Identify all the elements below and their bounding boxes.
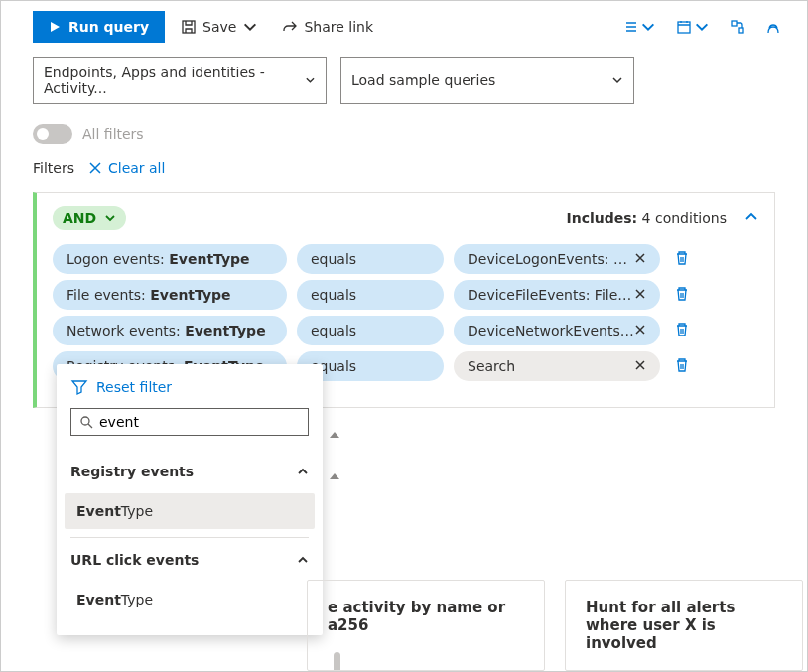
clear-value-icon[interactable] [634, 287, 646, 303]
condition-operator-pill[interactable]: equals [297, 244, 444, 274]
calendar-button[interactable] [670, 13, 716, 41]
search-icon [79, 415, 93, 429]
play-icon [49, 21, 61, 33]
filter-reset-icon [70, 378, 88, 396]
edit-button[interactable] [759, 13, 787, 41]
scope-label: Endpoints, Apps and identities - Activit… [44, 65, 305, 96]
dropdown-section-header[interactable]: Registry events [70, 450, 309, 493]
condition-value-pill[interactable]: DeviceNetworkEvents: Co... [454, 316, 660, 345]
operator-pill[interactable]: AND [53, 206, 126, 230]
selectors-row: Endpoints, Apps and identities - Activit… [1, 53, 807, 118]
chevron-up-icon [297, 554, 309, 566]
delete-condition-button[interactable] [670, 318, 694, 344]
chevron-down-icon [611, 74, 623, 86]
condition-value-pill[interactable]: DeviceLogonEvents: L... , +1 [454, 244, 660, 274]
condition-value-pill[interactable]: DeviceFileEvents: FileModi... [454, 280, 660, 310]
share-label: Share link [304, 19, 373, 35]
clear-all-label: Clear all [108, 160, 165, 176]
run-query-label: Run query [68, 19, 149, 35]
list-icon [622, 19, 638, 35]
condition-field-pill[interactable]: Logon events: EventType [53, 244, 287, 274]
dropdown-search[interactable] [70, 408, 309, 436]
svg-rect-2 [732, 21, 737, 26]
trash-icon [674, 250, 690, 266]
condition-operator-pill[interactable]: equals [297, 316, 444, 345]
delete-condition-button[interactable] [670, 282, 694, 309]
sample-label: Load sample queries [351, 72, 495, 88]
svg-point-4 [81, 417, 89, 425]
schema-icon [730, 19, 745, 35]
trash-icon [674, 322, 690, 337]
condition-operator-pill[interactable]: equals [297, 280, 444, 310]
save-icon [181, 19, 197, 35]
scope-selector[interactable]: Endpoints, Apps and identities - Activit… [33, 57, 327, 104]
trash-icon [674, 357, 690, 373]
chevron-down-icon [104, 212, 116, 224]
all-filters-label: All filters [82, 126, 144, 142]
conditions-list: Logon events: EventTypeequalsDeviceLogon… [53, 244, 758, 381]
svg-rect-1 [678, 22, 690, 33]
run-query-button[interactable]: Run query [33, 11, 165, 43]
scroll-up-arrow[interactable] [329, 426, 340, 445]
collapse-button[interactable] [744, 209, 758, 228]
operator-label: AND [63, 210, 96, 226]
reset-filter-button[interactable]: Reset filter [57, 376, 323, 408]
svg-rect-0 [183, 21, 195, 33]
clear-value-icon[interactable] [634, 358, 646, 374]
filters-header: Filters Clear all [1, 158, 807, 192]
condition-row: Logon events: EventTypeequalsDeviceLogon… [53, 244, 758, 274]
clear-value-icon[interactable] [634, 323, 646, 338]
condition-field-pill[interactable]: File events: EventType [53, 280, 287, 310]
dropdown-item[interactable]: EventType [65, 493, 315, 529]
condition-field-pill[interactable]: Network events: EventType [53, 316, 287, 345]
panel-header: AND Includes: 4 conditions [53, 206, 758, 230]
query-cards: e activity by name or a256 Hunt for all … [33, 580, 787, 671]
condition-row: File events: EventTypeequalsDeviceFileEv… [53, 280, 758, 310]
filters-label: Filters [33, 160, 74, 176]
calendar-icon [676, 19, 692, 35]
chevron-down-icon [305, 74, 316, 86]
close-icon [88, 161, 102, 175]
share-icon [282, 19, 298, 35]
chevron-down-icon [640, 19, 656, 35]
delete-condition-button[interactable] [670, 353, 694, 380]
save-label: Save [202, 19, 236, 35]
reset-filter-label: Reset filter [96, 379, 172, 395]
query-card[interactable]: Hunt for all alerts where user X is invo… [565, 580, 803, 671]
schema-button[interactable] [724, 13, 751, 41]
chevron-up-icon [297, 466, 309, 477]
share-link-button[interactable]: Share link [274, 13, 381, 41]
dropdown-search-input[interactable] [99, 414, 300, 430]
condition-row: Network events: EventTypeequalsDeviceNet… [53, 316, 758, 345]
chevron-down-icon [242, 19, 258, 35]
all-filters-row: All filters [1, 118, 807, 158]
dropdown-section-header[interactable]: URL click events [70, 538, 309, 582]
delete-condition-button[interactable] [670, 246, 694, 273]
clear-value-icon[interactable] [634, 251, 646, 267]
all-filters-toggle[interactable] [33, 124, 72, 144]
list-view-button[interactable] [616, 13, 662, 41]
edit-icon [765, 19, 781, 35]
condition-value-pill[interactable]: Search [454, 351, 660, 381]
scroll-up-arrow[interactable] [329, 468, 340, 486]
query-card[interactable]: e activity by name or a256 [307, 580, 545, 671]
trash-icon [674, 286, 690, 302]
clear-all-button[interactable]: Clear all [88, 160, 165, 176]
sample-queries-selector[interactable]: Load sample queries [340, 57, 634, 104]
includes-summary: Includes: 4 conditions [566, 210, 727, 226]
chevron-down-icon [694, 19, 710, 35]
toolbar: Run query Save Share link [1, 1, 807, 53]
save-button[interactable]: Save [173, 13, 266, 41]
svg-rect-3 [739, 28, 743, 33]
chevron-up-icon [744, 210, 758, 224]
